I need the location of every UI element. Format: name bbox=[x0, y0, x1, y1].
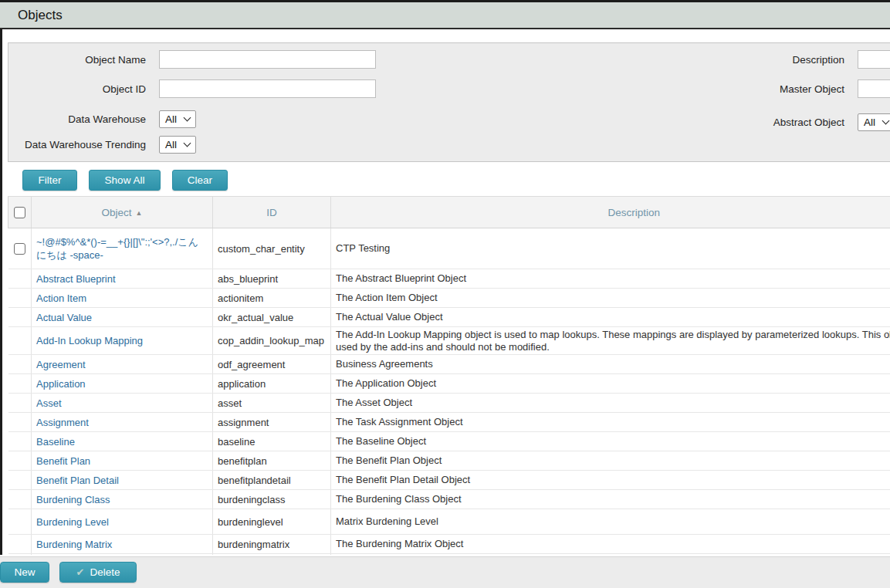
object-description-cell: The Burdening Matrix Object bbox=[331, 535, 890, 554]
table-row-partial bbox=[8, 554, 890, 556]
object-link[interactable]: ~!@#$%^&*()-=__+{}|[]\":;'<>?,./こんにちは -s… bbox=[36, 236, 198, 261]
object-name-cell: Benefit Plan bbox=[32, 451, 213, 471]
filter-row-data-warehouse: Data Warehouse All bbox=[8, 110, 196, 128]
filter-action-buttons: Filter Show All Clear bbox=[22, 170, 239, 191]
column-header-id[interactable]: ID bbox=[213, 197, 331, 228]
row-checkbox[interactable] bbox=[14, 243, 25, 255]
object-id-cell: assignment bbox=[213, 413, 331, 432]
column-header-object[interactable]: Object▲ bbox=[32, 197, 213, 228]
object-id-cell: burdeningclass bbox=[213, 490, 331, 509]
filter-row-object-name: Object Name bbox=[8, 50, 376, 69]
object-id-input[interactable] bbox=[159, 79, 376, 98]
object-name-cell: Agreement bbox=[32, 355, 213, 374]
object-id-cell: burdeningmatrix bbox=[213, 535, 331, 554]
description-label: Description bbox=[736, 54, 858, 66]
table-row: Burdening MatrixburdeningmatrixThe Burde… bbox=[8, 535, 890, 554]
checkmark-icon: ✔ bbox=[76, 566, 85, 578]
object-description-cell: Matrix Burdening Level bbox=[331, 509, 890, 535]
object-link[interactable]: Abstract Blueprint bbox=[36, 273, 116, 285]
object-description-cell: The Abstract Blueprint Object bbox=[331, 269, 890, 289]
object-link[interactable]: Benefit Plan Detail bbox=[36, 475, 119, 486]
new-button[interactable]: New bbox=[0, 562, 49, 583]
dw-trending-select[interactable]: All bbox=[159, 136, 196, 154]
object-name-cell: Add-In Lookup Mapping bbox=[32, 327, 213, 355]
filter-row-abstract-object: Abstract Object All bbox=[736, 113, 890, 131]
object-link[interactable]: Assignment bbox=[36, 417, 89, 428]
clear-button[interactable]: Clear bbox=[172, 170, 228, 191]
column-header-description[interactable]: Description bbox=[331, 197, 890, 228]
object-link[interactable]: Action Item bbox=[36, 292, 86, 304]
table-row: Action ItemactionitemThe Action Item Obj… bbox=[8, 289, 890, 308]
object-id-cell: asset bbox=[213, 394, 331, 413]
object-link[interactable]: Add-In Lookup Mapping bbox=[36, 335, 143, 346]
object-name-cell: Actual Value bbox=[32, 308, 213, 327]
table-row: Actual Valueokr_actual_valueThe Actual V… bbox=[8, 308, 890, 327]
object-id-cell: actionitem bbox=[213, 289, 331, 308]
row-select-cell bbox=[8, 289, 32, 308]
row-select-cell bbox=[8, 269, 32, 289]
abstract-object-select[interactable]: All bbox=[858, 113, 890, 131]
object-link[interactable]: Benefit Plan bbox=[36, 455, 90, 467]
data-warehouse-select[interactable]: All bbox=[159, 110, 196, 128]
table-row: ApplicationapplicationThe Application Ob… bbox=[8, 374, 890, 394]
object-table-body: ~!@#$%^&*()-=__+{}|[]\":;'<>?,./こんにちは -s… bbox=[8, 228, 890, 556]
filter-panel: Object Name Object ID Data Warehouse All… bbox=[8, 42, 890, 162]
select-all-checkbox[interactable] bbox=[14, 207, 25, 218]
filter-row-master-object: Master Object bbox=[736, 79, 890, 98]
row-select-cell bbox=[8, 471, 32, 490]
object-description-cell: The Benefit Plan Object bbox=[331, 451, 890, 471]
object-name-cell: Abstract Blueprint bbox=[32, 269, 213, 289]
object-link[interactable]: Baseline bbox=[36, 436, 75, 448]
object-name-cell: Baseline bbox=[32, 432, 213, 451]
object-description-cell: The Baseline Object bbox=[331, 432, 890, 451]
delete-button-label: Delete bbox=[90, 566, 120, 578]
object-id-label: Object ID bbox=[8, 83, 159, 95]
delete-button[interactable]: ✔ Delete bbox=[59, 562, 137, 583]
filter-button[interactable]: Filter bbox=[22, 170, 77, 191]
row-select-cell bbox=[8, 355, 32, 374]
object-description-cell: CTP Testing bbox=[331, 228, 890, 269]
object-link[interactable]: Asset bbox=[36, 397, 62, 409]
row-select-cell bbox=[8, 413, 32, 432]
row-select-cell bbox=[8, 228, 32, 269]
row-select-cell bbox=[8, 308, 32, 327]
object-link[interactable]: Burdening Matrix bbox=[36, 539, 112, 550]
object-description-cell: The Action Item Object bbox=[331, 289, 890, 308]
table-row: AssetassetThe Asset Object bbox=[8, 394, 890, 413]
objects-table-container: Object▲ ID Description ~!@#$%^&*()-=__+{… bbox=[8, 196, 890, 555]
object-link[interactable]: Agreement bbox=[36, 359, 86, 370]
object-id-cell: burdeninglevel bbox=[213, 509, 331, 535]
object-name-cell: Burdening Class bbox=[32, 490, 213, 509]
filter-row-object-id: Object ID bbox=[8, 79, 376, 98]
object-id-cell: cop_addin_lookup_map bbox=[213, 327, 331, 355]
table-row: BaselinebaselineThe Baseline Object bbox=[8, 432, 890, 451]
row-select-cell bbox=[8, 432, 32, 451]
object-id-cell: okr_actual_value bbox=[213, 308, 331, 327]
object-id-cell: application bbox=[213, 374, 331, 394]
object-name-input[interactable] bbox=[159, 50, 376, 69]
chevron-down-icon bbox=[184, 113, 191, 121]
object-link[interactable]: Burdening Class bbox=[36, 494, 110, 505]
show-all-button[interactable]: Show All bbox=[89, 170, 161, 191]
chevron-down-icon bbox=[882, 117, 890, 124]
object-link[interactable]: Application bbox=[36, 378, 86, 390]
object-id-cell: benefitplan bbox=[213, 451, 331, 471]
row-select-cell bbox=[8, 451, 32, 471]
object-id-cell: benefitplandetail bbox=[213, 471, 331, 490]
object-id-cell: abs_blueprint bbox=[213, 269, 331, 289]
object-name-cell: Asset bbox=[32, 394, 213, 413]
object-description-cell: The Burdening Class Object bbox=[331, 490, 890, 509]
object-description-cell: Business Agreements bbox=[331, 355, 890, 374]
filter-row-description: Description bbox=[736, 50, 890, 69]
master-object-input[interactable] bbox=[858, 79, 890, 98]
object-name-cell: ~!@#$%^&*()-=__+{}|[]\":;'<>?,./こんにちは -s… bbox=[32, 228, 213, 269]
object-description-cell: The Benefit Plan Detail Object bbox=[331, 471, 890, 490]
data-warehouse-selected-value: All bbox=[165, 113, 177, 125]
object-name-cell: Benefit Plan Detail bbox=[32, 471, 213, 490]
object-name-cell: Assignment bbox=[32, 413, 213, 432]
table-row: Add-In Lookup Mappingcop_addin_lookup_ma… bbox=[8, 327, 890, 355]
object-link[interactable]: Actual Value bbox=[36, 312, 92, 323]
description-input[interactable] bbox=[858, 50, 890, 69]
table-row: ~!@#$%^&*()-=__+{}|[]\":;'<>?,./こんにちは -s… bbox=[8, 228, 890, 269]
object-link[interactable]: Burdening Level bbox=[36, 516, 109, 528]
